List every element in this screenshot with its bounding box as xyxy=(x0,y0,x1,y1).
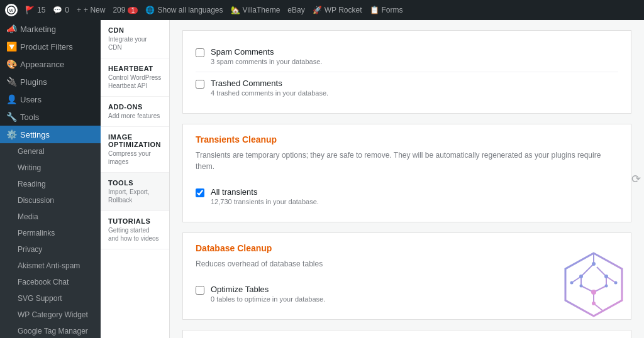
svg-point-19 xyxy=(605,285,608,288)
database-desc: Reduces overhead of database tables xyxy=(196,258,618,270)
admin-bar-languages[interactable]: 🌐 Show all languages xyxy=(145,6,223,14)
villa-icon: 🏡 xyxy=(231,6,240,14)
language-icon: 🌐 xyxy=(145,6,155,14)
hex-watermark xyxy=(556,248,631,325)
optimize-tables-sublabel: 0 tables to optimize in your database. xyxy=(211,295,325,303)
admin-bar-ebay[interactable]: eBay xyxy=(287,6,304,14)
all-transients-sublabel: 12,730 transients in your database. xyxy=(211,198,319,205)
svg-point-22 xyxy=(614,281,618,285)
all-transients-row: All transients 12,730 transients in your… xyxy=(196,181,618,212)
admin-bar-wprocket[interactable]: 🚀 WP Rocket xyxy=(313,6,362,14)
sidebar-item-svg-support[interactable]: SVG Support xyxy=(0,290,101,307)
sidebar-item-users[interactable]: 👤 Users xyxy=(0,90,101,108)
trashed-comments-label: Trashed Comments xyxy=(211,79,328,88)
plugin-menu-heartbeat[interactable]: HEARTBEAT Control WordPress Heartbeat AP… xyxy=(101,58,169,97)
spam-comments-row: Spam Comments 3 spam comments in your da… xyxy=(196,41,618,72)
plugins-icon: 🔌 xyxy=(6,77,16,87)
plugin-menu-tutorials[interactable]: TUTORIALS Getting started and how to vid… xyxy=(101,211,169,249)
optimize-tables-checkbox[interactable] xyxy=(196,286,204,295)
comments-section: Spam Comments 3 spam comments in your da… xyxy=(182,30,631,114)
marketing-icon: 📣 xyxy=(6,24,16,34)
all-transients-label: All transients xyxy=(211,187,319,197)
admin-bar-forms[interactable]: 📋 Forms xyxy=(370,6,403,14)
svg-point-15 xyxy=(579,275,583,278)
settings-icon: ⚙️ xyxy=(6,129,16,139)
transients-section: Transients Cleanup Transients are tempor… xyxy=(182,124,631,222)
svg-point-17 xyxy=(591,290,596,295)
sidebar-item-appearance[interactable]: 🎨 Appearance xyxy=(0,55,101,73)
automatic-section: Automatic Cleanup Schedule Automatic Cle… xyxy=(182,330,631,338)
comment-icon: 💬 xyxy=(53,6,62,14)
sidebar-item-product-filters[interactable]: 🔽 Product Filters xyxy=(0,38,101,55)
flag-icon: 🚩 xyxy=(25,6,35,14)
database-title: Database Cleanup xyxy=(196,243,618,253)
plugin-menu-tools[interactable]: TOOLS Import, Export, Rollback xyxy=(101,173,169,211)
sidebar-item-settings[interactable]: ⚙️ Settings xyxy=(0,126,101,143)
plugin-menu-image-opt[interactable]: IMAGE OPTIMIZATION Compress your images xyxy=(101,127,169,173)
filter-icon: 🔽 xyxy=(6,41,16,52)
svg-point-20 xyxy=(592,302,596,305)
main-content: Spam Comments 3 spam comments in your da… xyxy=(170,20,644,338)
sidebar-item-general[interactable]: General xyxy=(0,143,101,160)
plugin-menu-cdn[interactable]: CDN Integrate your CDN xyxy=(101,20,169,58)
admin-bar-comments[interactable]: 💬 0 xyxy=(53,6,69,14)
svg-text:W: W xyxy=(9,8,14,13)
spam-comments-checkbox[interactable] xyxy=(196,48,204,57)
svg-point-14 xyxy=(592,262,596,266)
svg-line-9 xyxy=(597,267,606,276)
admin-bar-updates[interactable]: 🚩 15 xyxy=(25,6,45,14)
wp-sidebar: 📣 Marketing 🔽 Product Filters 🎨 Appearan… xyxy=(0,20,101,338)
spam-comments-sublabel: 3 spam comments in your database. xyxy=(211,58,322,65)
admin-bar-villatheme[interactable]: 🏡 VillaTheme xyxy=(231,6,280,14)
transients-desc: Transients are temporary options; they a… xyxy=(196,150,618,172)
plugin-sidebar: CDN Integrate your CDN HEARTBEAT Control… xyxy=(101,20,170,338)
transients-title: Transients Cleanup xyxy=(196,134,618,144)
spam-comments-label: Spam Comments xyxy=(211,47,322,57)
sidebar-item-wp-category[interactable]: WP Category Widget xyxy=(0,307,101,323)
tools-icon: 🔧 xyxy=(6,112,16,122)
svg-point-16 xyxy=(604,275,608,278)
sidebar-item-discussion[interactable]: Discussion xyxy=(0,192,101,209)
trashed-comments-checkbox[interactable] xyxy=(196,80,204,89)
appearance-icon: 🎨 xyxy=(6,59,16,69)
sidebar-item-permalinks[interactable]: Permalinks xyxy=(0,225,101,241)
forms-icon: 📋 xyxy=(370,6,379,14)
scroll-indicator[interactable]: ⟳ xyxy=(631,172,641,186)
sidebar-item-reading[interactable]: Reading xyxy=(0,176,101,192)
sidebar-item-marketing[interactable]: 📣 Marketing xyxy=(0,20,101,38)
all-transients-checkbox[interactable] xyxy=(196,188,204,197)
optimize-tables-row: Optimize Tables 0 tables to optimize in … xyxy=(196,278,618,309)
sidebar-item-writing[interactable]: Writing xyxy=(0,160,101,176)
users-icon: 👤 xyxy=(6,94,16,104)
svg-point-18 xyxy=(580,285,583,288)
sidebar-item-media[interactable]: Media xyxy=(0,209,101,225)
admin-bar: W 🚩 15 💬 0 + + New 209 1 🌐 Show all lang… xyxy=(0,0,644,20)
rocket-icon: 🚀 xyxy=(313,6,322,14)
trashed-comments-row: Trashed Comments 4 trashed comments in y… xyxy=(196,72,618,103)
svg-point-21 xyxy=(570,281,574,285)
settings-submenu: General Writing Reading Discussion Media… xyxy=(0,143,101,338)
sidebar-item-facebook-chat[interactable]: Facebook Chat xyxy=(0,274,101,290)
sidebar-item-gtm[interactable]: Google Tag Manager xyxy=(0,323,101,338)
sidebar-item-tools[interactable]: 🔧 Tools xyxy=(0,108,101,126)
wp-badge: 1 xyxy=(128,7,138,14)
plus-icon: + xyxy=(77,6,81,14)
sidebar-item-akismet[interactable]: Akismet Anti-spam xyxy=(0,258,101,274)
optimize-tables-label: Optimize Tables xyxy=(211,285,325,294)
admin-bar-new[interactable]: + + New xyxy=(77,6,105,14)
admin-bar-wp[interactable]: 209 1 xyxy=(113,6,138,14)
wp-logo[interactable]: W xyxy=(5,4,18,16)
sidebar-item-plugins[interactable]: 🔌 Plugins xyxy=(0,73,101,90)
svg-line-4 xyxy=(581,264,594,276)
sidebar-item-privacy[interactable]: Privacy xyxy=(0,241,101,258)
plugin-menu-addons[interactable]: ADD-ONS Add more features xyxy=(101,97,169,127)
trashed-comments-sublabel: 4 trashed comments in your database. xyxy=(211,89,328,97)
